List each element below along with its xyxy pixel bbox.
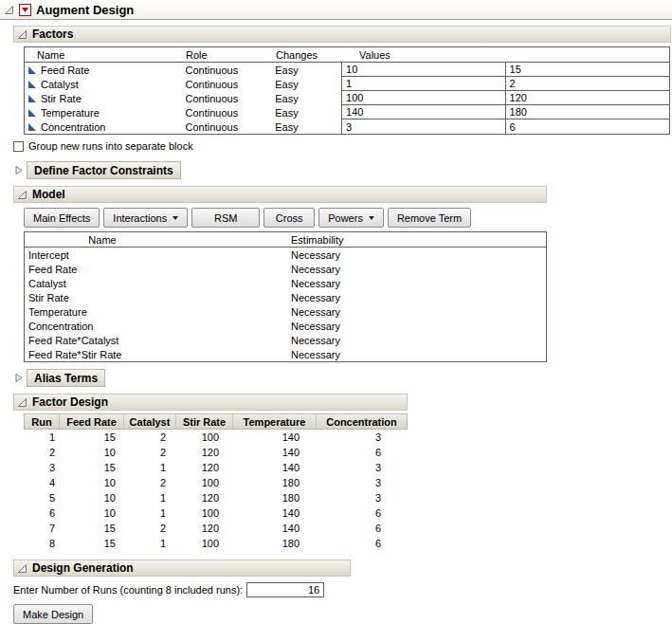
rsm-button[interactable]: RSM [191, 208, 260, 228]
factors-disclosure-icon[interactable] [17, 29, 27, 40]
fd-cell-feed-rate: 15 [58, 523, 122, 534]
main-effects-button[interactable]: Main Effects [24, 208, 100, 228]
make-design-button[interactable]: Make Design [13, 604, 93, 624]
constraints-disclosure-icon[interactable] [13, 165, 24, 175]
fd-cell-stir-rate: 120 [174, 492, 231, 504]
design-run-row: 6 10 1 100 140 6 [24, 505, 408, 521]
fd-cell-temperature: 140 [231, 507, 315, 519]
constraints-section: Define Factor Constraints [13, 161, 672, 179]
continuous-factor-icon [27, 122, 37, 132]
factor-role[interactable]: Continuous [186, 105, 276, 119]
factor-value-low[interactable]: 3 [341, 119, 505, 134]
factor-row: Feed Rate Continuous Easy 10 15 [25, 63, 669, 77]
factor-changes[interactable]: Easy [275, 63, 341, 77]
factor-name-cell[interactable]: Catalyst [25, 77, 186, 91]
design-generation-section-header[interactable]: Design Generation [13, 560, 351, 577]
fd-cell-run: 1 [24, 431, 58, 443]
design-run-row: 4 10 2 100 180 3 [24, 475, 408, 490]
factor-role[interactable]: Continuous [186, 91, 276, 105]
page-title: Augment Design [36, 3, 134, 17]
factor-role[interactable]: Continuous [186, 77, 276, 91]
fd-col-concentration: Concentration [316, 414, 407, 429]
factor-changes[interactable]: Easy [275, 119, 341, 134]
factor-value-high[interactable]: 15 [505, 63, 670, 77]
constraints-header[interactable]: Define Factor Constraints [27, 161, 181, 179]
factor-value-high[interactable]: 120 [505, 91, 670, 105]
factor-changes[interactable]: Easy [275, 91, 341, 105]
fd-cell-stir-rate: 100 [174, 507, 231, 519]
fd-cell-stir-rate: 100 [174, 538, 231, 549]
factor-value-low[interactable]: 140 [341, 105, 505, 119]
cross-button[interactable]: Cross [263, 208, 315, 228]
group-block-checkbox[interactable] [13, 141, 24, 152]
fd-cell-temperature: 180 [231, 538, 315, 549]
factor-value-low[interactable]: 100 [341, 91, 505, 105]
factor-value-low[interactable]: 10 [341, 63, 505, 77]
alias-header[interactable]: Alias Terms [27, 369, 105, 387]
model-term-row[interactable]: Feed Rate*Catalyst Necessary [25, 333, 546, 347]
factors-table-header: Name Role Changes Values [25, 47, 669, 63]
design-run-row: 2 10 2 120 140 6 [24, 445, 408, 460]
group-block-label: Group new runs into separate block [28, 140, 193, 152]
group-block-row: Group new runs into separate block [13, 139, 672, 153]
factor-name: Temperature [41, 107, 100, 119]
red-triangle-menu-icon[interactable] [19, 4, 31, 16]
model-term-row[interactable]: Feed Rate Necessary [25, 262, 546, 276]
factors-section-header[interactable]: Factors [13, 26, 671, 43]
model-term-name: Intercept [25, 249, 287, 261]
factor-value-low[interactable]: 1 [341, 77, 505, 91]
model-term-estimability: Necessary [287, 306, 340, 318]
design-run-row: 1 15 2 100 140 3 [24, 430, 408, 445]
fd-cell-stir-rate: 100 [174, 431, 231, 443]
design-generation-disclosure-icon[interactable] [17, 563, 27, 574]
interactions-button[interactable]: Interactions [103, 208, 188, 228]
factor-name-cell[interactable]: Feed Rate [25, 63, 186, 77]
model-buttons: Main Effects Interactions RSM Cross Powe… [24, 208, 672, 228]
powers-button[interactable]: Powers [318, 208, 384, 228]
model-term-estimability: Necessary [287, 292, 340, 303]
factor-value-high[interactable]: 180 [505, 105, 670, 119]
fd-cell-concentration: 3 [315, 431, 406, 443]
model-term-row[interactable]: Feed Rate*Stir Rate Necessary [25, 347, 546, 361]
factors-rows: Feed Rate Continuous Easy 10 15 Catalyst… [25, 63, 669, 134]
factor-design-table: Run Feed Rate Catalyst Stir Rate Tempera… [24, 413, 408, 551]
factor-role[interactable]: Continuous [186, 119, 276, 134]
report-title-bar[interactable]: Augment Design [0, 0, 672, 20]
design-run-row: 3 15 1 120 140 3 [24, 460, 408, 475]
model-term-row[interactable]: Stir Rate Necessary [25, 290, 546, 304]
factor-value-high[interactable]: 6 [505, 119, 670, 134]
factor-name-cell[interactable]: Temperature [25, 105, 186, 119]
model-term-name: Feed Rate [25, 264, 287, 275]
model-col-estimability: Estimability [291, 234, 344, 246]
fd-cell-temperature: 140 [231, 462, 315, 473]
runs-input[interactable] [246, 582, 324, 597]
fd-cell-catalyst: 1 [122, 538, 174, 549]
factor-changes[interactable]: Easy [275, 105, 341, 119]
model-section-header[interactable]: Model [13, 186, 547, 203]
model-term-estimability: Necessary [287, 278, 340, 289]
alias-disclosure-icon[interactable] [13, 373, 24, 383]
factor-role[interactable]: Continuous [186, 63, 276, 77]
factors-col-role: Role [186, 49, 276, 61]
model-term-row[interactable]: Concentration Necessary [25, 319, 546, 333]
model-disclosure-icon[interactable] [17, 190, 27, 200]
model-term-row[interactable]: Catalyst Necessary [25, 276, 546, 290]
factor-design-disclosure-icon[interactable] [17, 397, 27, 408]
model-table-header: Name Estimability [25, 232, 546, 248]
model-term-row[interactable]: Intercept Necessary [25, 248, 546, 262]
remove-term-button[interactable]: Remove Term [388, 208, 471, 228]
root-disclosure-icon[interactable] [4, 5, 14, 15]
factor-value-high[interactable]: 2 [505, 77, 670, 91]
continuous-factor-icon [27, 65, 37, 75]
model-term-name: Concentration [25, 321, 287, 332]
factors-table: Name Role Changes Values Feed Rate Conti… [24, 46, 670, 135]
factor-name-cell[interactable]: Concentration [25, 119, 186, 134]
model-term-row[interactable]: Temperature Necessary [25, 304, 546, 319]
fd-col-run: Run [25, 414, 59, 429]
continuous-factor-icon [27, 94, 37, 103]
fd-cell-stir-rate: 100 [174, 477, 231, 488]
dropdown-arrow-icon [369, 216, 374, 220]
factor-design-section-header[interactable]: Factor Design [13, 394, 408, 411]
factor-changes[interactable]: Easy [275, 77, 341, 91]
factor-name-cell[interactable]: Stir Rate [25, 91, 186, 105]
